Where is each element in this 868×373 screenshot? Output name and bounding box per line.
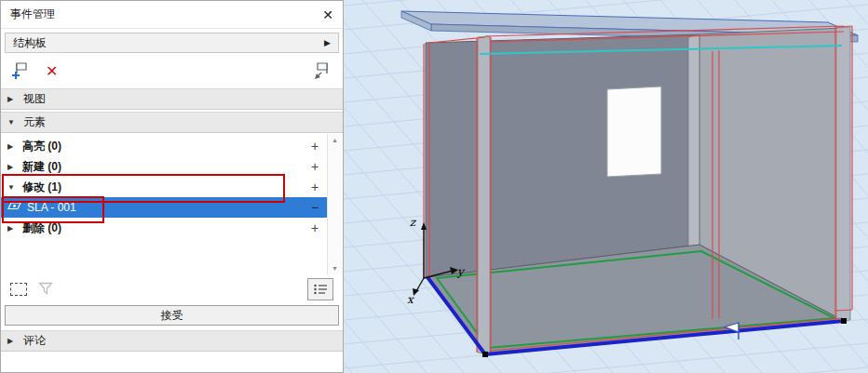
add-to-group-icon[interactable]: + (308, 180, 321, 193)
section-elements-label: 元素 (23, 114, 46, 130)
section-view-label: 视图 (23, 91, 46, 107)
list-scrollbar[interactable]: ▲ ▼ (327, 134, 342, 274)
event-manager-panel: 事件管理 ✕ 结构板 ▶ ✕ (0, 0, 344, 373)
list-options-icon (313, 283, 328, 296)
front-corner-post (478, 36, 490, 354)
scroll-down-icon[interactable]: ▼ (328, 265, 342, 272)
group-label: 新建 (0) (22, 159, 61, 175)
scroll-up-icon[interactable]: ▲ (328, 137, 342, 143)
right-corner-post (836, 27, 850, 322)
section-view[interactable]: ▶ 视图 (1, 88, 343, 110)
close-icon[interactable]: ✕ (322, 7, 333, 22)
building-model[interactable] (401, 11, 858, 357)
add-to-group-icon[interactable]: + (308, 140, 321, 153)
window-opening[interactable] (607, 87, 661, 177)
chevron-right-icon: ▶ (324, 38, 331, 47)
section-elements[interactable]: ▼ 元素 (1, 112, 343, 133)
section-comments-label: 评论 (23, 333, 46, 349)
add-to-group-icon[interactable]: + (308, 160, 321, 173)
corner-column (688, 34, 699, 249)
group-row-deleted[interactable]: ▶ 删除 (0) + (1, 218, 328, 238)
panel-titlebar: 事件管理 ✕ (1, 1, 343, 29)
corner-node[interactable] (841, 318, 847, 324)
group-label: 高亮 (0) (22, 139, 61, 154)
corner-node[interactable] (482, 352, 488, 357)
section-comments[interactable]: ▶ 评论 (1, 330, 343, 352)
chevron-right-icon: ▶ (7, 337, 17, 345)
remove-from-group-icon[interactable]: − (308, 201, 321, 214)
filter-icon[interactable] (38, 282, 53, 298)
app-window: 事件管理 ✕ 结构板 ▶ ✕ (0, 0, 868, 373)
chevron-down-icon: ▼ (7, 183, 17, 192)
locate-event-icon[interactable] (313, 61, 333, 83)
viewport-canvas[interactable]: z y x (344, 0, 868, 373)
group-row-new[interactable]: ▶ 新建 (0) + (1, 156, 328, 177)
panel-title: 事件管理 (10, 7, 55, 22)
group-label: 修改 (1) (22, 180, 61, 195)
chevron-right-icon: ▶ (7, 142, 17, 151)
add-event-icon[interactable] (10, 61, 31, 83)
add-to-group-icon[interactable]: + (308, 221, 321, 234)
element-type-label: 结构板 (13, 35, 47, 51)
marquee-select-icon[interactable] (10, 283, 27, 296)
slab-element-icon (7, 201, 21, 214)
chevron-right-icon: ▶ (7, 95, 17, 103)
accept-button[interactable]: 接受 (5, 305, 339, 326)
selection-toolbar (1, 276, 343, 302)
delete-event-icon[interactable]: ✕ (46, 64, 58, 79)
event-list-options-button[interactable] (307, 278, 333, 300)
list-item-label: SLA - 001 (27, 201, 76, 214)
chevron-down-icon: ▼ (7, 118, 17, 127)
group-label: 删除 (0) (22, 220, 61, 236)
element-type-selector[interactable]: 结构板 ▶ (5, 33, 339, 53)
viewport-3d[interactable]: z y x (344, 0, 868, 373)
event-toolbar: ✕ (1, 57, 343, 87)
group-row-modified[interactable]: ▼ 修改 (1) + (1, 177, 328, 197)
chevron-right-icon: ▶ (7, 224, 17, 233)
chevron-right-icon: ▶ (7, 163, 17, 171)
list-item-sla-001[interactable]: SLA - 001 − (1, 197, 328, 218)
group-row-highlight[interactable]: ▶ 高亮 (0) + (1, 136, 328, 156)
